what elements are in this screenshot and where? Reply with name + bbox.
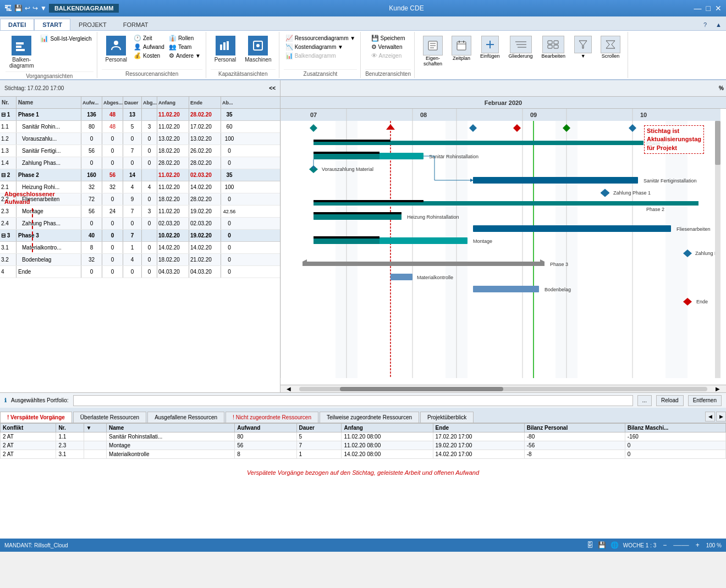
- cell-nr: 1.1: [56, 432, 84, 441]
- window-controls: — □ ✕: [694, 4, 722, 13]
- help-icon[interactable]: ?: [699, 19, 711, 30]
- team-button[interactable]: 👥 Team: [167, 43, 202, 51]
- table-row[interactable]: 2 AT 3.1 Materialkontrolle 8 1 14.02.20 …: [1, 450, 726, 459]
- filter1-icon: [574, 36, 592, 53]
- personal-kap-button[interactable]: Personal: [211, 34, 240, 64]
- scrollbar-track[interactable]: [299, 387, 707, 391]
- balken-zusatz-icon: 📊: [285, 52, 293, 59]
- zeit-button[interactable]: 🕐 Zeit: [132, 34, 166, 42]
- maximize-button[interactable]: □: [706, 4, 711, 13]
- col-abges: Abges...: [102, 97, 123, 108]
- chart-header-top: %: [280, 80, 726, 97]
- tab-teilweise[interactable]: Teilweise zugeordnete Ressourcen: [320, 412, 419, 423]
- col-sort[interactable]: ▼: [84, 424, 106, 432]
- save-quick-icon[interactable]: 💾: [14, 4, 23, 12]
- gantt-chart-panel: % Februar 2020 07 08 09 10: [280, 80, 726, 392]
- filter1-button[interactable]: ▼: [570, 34, 596, 60]
- table-row[interactable]: 3.2 Bodenbelag 32 0 4 0 18.02.20 21.02.2…: [0, 254, 280, 266]
- kostendiagramm-button[interactable]: 📉 Kostendiagramm ▼: [284, 43, 358, 51]
- undo-icon[interactable]: ↩: [25, 4, 30, 12]
- table-row[interactable]: 2 AT 2.3 Montage 56 7 11.02.20 08:00 19.…: [1, 441, 726, 450]
- settings-quick-icon[interactable]: ▼: [40, 4, 47, 12]
- group-label-benutzer: Benutzeransichten: [365, 69, 411, 77]
- col-ende: Ende: [433, 424, 524, 432]
- zoom-plus-btn[interactable]: +: [694, 541, 702, 549]
- verwalten-button[interactable]: ⚙ Verwalten: [370, 43, 407, 51]
- tab-ueberlastet[interactable]: Überlastete Ressourcen: [73, 412, 146, 423]
- tab-ausgefallen[interactable]: Ausgefallene Ressourcen: [147, 412, 224, 423]
- aufwand-button[interactable]: 👤 Aufwand: [132, 43, 166, 51]
- tab-format[interactable]: FORMAT: [115, 19, 157, 30]
- col-aufwand: Aufwand: [235, 424, 296, 432]
- portfolio-remove-button[interactable]: Entfernen: [688, 395, 722, 406]
- andere-button[interactable]: ⚙ Andere ▼: [167, 52, 202, 60]
- gliederung-button[interactable]: Gliederung: [505, 34, 537, 60]
- tab-next-button[interactable]: ▶: [716, 412, 726, 421]
- portfolio-browse-button[interactable]: ...: [637, 395, 652, 406]
- portfolio-reload-button[interactable]: Reload: [656, 395, 684, 406]
- maschinen-button[interactable]: Maschinen: [241, 34, 275, 64]
- col-bilanz-maschi: Bilanz Maschi...: [625, 424, 725, 432]
- svg-rect-91: [715, 121, 721, 165]
- tab-verspaetete[interactable]: ! Verspätete Vorgänge: [0, 412, 72, 423]
- speichern-button[interactable]: 💾 Speichern: [370, 34, 407, 42]
- table-row[interactable]: 1.2 Vorauszahlu... 0 0 0 0 13.02.20 13.0…: [0, 133, 280, 145]
- speichern-label: Speichern: [381, 35, 405, 41]
- svg-rect-86: [473, 286, 539, 292]
- table-row[interactable]: 1.3 Sanitär Fertigi... 56 0 7 0 18.02.20…: [0, 145, 280, 157]
- table-row[interactable]: 2 AT 1.1 Sanitär Rohinstallati... 80 5 1…: [1, 432, 726, 441]
- col-dauer: Dauer: [296, 424, 342, 432]
- zoom-minus-btn[interactable]: −: [661, 541, 669, 549]
- tab-projektueberblick[interactable]: Projektüberblick: [420, 412, 474, 423]
- minimize-button[interactable]: —: [694, 4, 702, 13]
- tab-start[interactable]: START: [34, 19, 70, 30]
- soll-ist-button[interactable]: 📊 Soll-Ist-Vergleich: [38, 34, 93, 43]
- personal-large-button[interactable]: Personal: [102, 34, 131, 64]
- ressourcendiagramm-button[interactable]: 📈 Ressourcendiagramm ▼: [284, 34, 358, 42]
- scroll-right-btn[interactable]: ▶: [710, 386, 726, 392]
- bearbeiten-button[interactable]: Bearbeiten: [538, 34, 570, 60]
- gliederung-icon: [510, 36, 532, 53]
- tab-prev-button[interactable]: ◀: [705, 412, 715, 421]
- ressourcendiagramm-label: Ressourcendiagramm ▼: [295, 35, 356, 41]
- einfuegen-label: Einfügen: [480, 53, 500, 59]
- balken-zusatz-button[interactable]: 📊 Balkendiagramm: [284, 52, 358, 60]
- table-row[interactable]: 1.1 Sanitär Rohin... 80 48 5 3 11.02.20 …: [0, 121, 280, 133]
- eigenschaften-button[interactable]: Eigen-schaften: [419, 34, 447, 68]
- svg-marker-49: [513, 124, 521, 132]
- zeitplan-button[interactable]: Zeitplan: [448, 34, 475, 63]
- portfolio-input[interactable]: [73, 395, 633, 406]
- scrollbar-thumb[interactable]: [340, 387, 503, 391]
- table-row[interactable]: 4 Ende 0 0 0 0 04.03.20 04.03.20 0: [0, 266, 280, 278]
- cell-anfang: 14.02.20 08:00: [342, 450, 433, 459]
- svg-marker-47: [386, 124, 395, 130]
- close-button[interactable]: ✕: [715, 4, 722, 13]
- collapse-btn[interactable]: <<: [269, 85, 276, 91]
- tab-datei[interactable]: DATEI: [0, 19, 34, 30]
- table-row[interactable]: 1.4 Zahlung Phas... 0 0 0 0 28.02.20 28.…: [0, 157, 280, 169]
- scrollen-button[interactable]: Scrollen: [597, 34, 624, 60]
- redo-icon[interactable]: ↪: [32, 4, 38, 12]
- rollen-button[interactable]: 👔 Rollen: [167, 34, 202, 42]
- h-scrollbar[interactable]: ◀ ▶: [280, 385, 726, 392]
- scroll-left-btn[interactable]: ◀: [280, 386, 297, 392]
- tab-projekt[interactable]: PROJEKT: [70, 19, 115, 30]
- balkendiagramm-button[interactable]: Balken-diagramm: [6, 34, 37, 70]
- cell-bilanz-maschi: 0: [625, 441, 725, 450]
- svg-rect-6: [227, 41, 229, 50]
- group-label-ressource: Ressourcenansichten: [102, 69, 202, 77]
- tab-nicht-zugeordnet[interactable]: ! Nicht zugeordnete Ressourcen: [226, 412, 318, 423]
- svg-rect-54: [314, 140, 391, 142]
- kosten-button[interactable]: 💰 Kosten: [132, 52, 166, 60]
- ribbon-collapse-icon[interactable]: ▲: [711, 19, 726, 30]
- anzeigen-button[interactable]: 👁 Anzeigen: [370, 52, 407, 59]
- cell-aufwand: 8: [235, 450, 296, 459]
- zoom-slider[interactable]: ────: [673, 542, 689, 548]
- ressourcendiagramm-icon: 📈: [285, 35, 293, 42]
- eigenschaften-icon: [423, 36, 443, 56]
- table-row[interactable]: ⊟ 2 Phase 2 160 56 14 11.02.20 02.03.20 …: [0, 169, 280, 181]
- col-aufwand: Aufw...: [81, 97, 102, 108]
- table-row[interactable]: ⊟ 1 Phase 1 136 48 13 11.02.20 28.02.20 …: [0, 109, 280, 121]
- eigenschaften-label: Eigen-schaften: [424, 56, 442, 66]
- einfuegen-button[interactable]: Einfügen: [476, 34, 504, 60]
